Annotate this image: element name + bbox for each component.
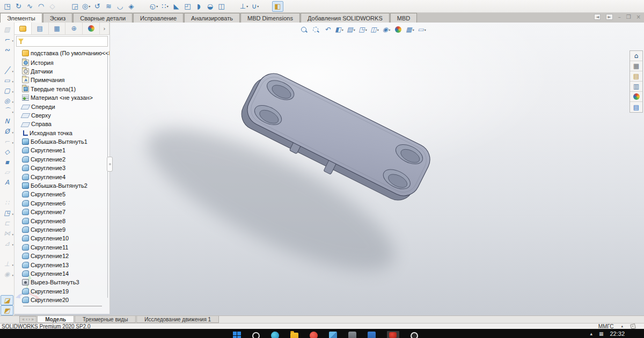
panel-tab[interactable]: ▤ [32, 23, 49, 34]
minimize-button[interactable]: – [618, 14, 621, 20]
tab-scroll-button[interactable]: « [22, 317, 25, 322]
tab-scroll-button[interactable]: ‹ [26, 317, 27, 322]
commandmanager-tab[interactable]: Анализировать [184, 13, 240, 23]
panel-splitter-handle[interactable] [107, 157, 113, 172]
toolbar-divider[interactable]: ▾ [1, 55, 13, 65]
solidworks-resources-icon[interactable]: ▦ [630, 61, 642, 71]
units-dropdown-icon[interactable]: ▴ [621, 324, 623, 328]
toolbar-separator[interactable]: ▾ [137, 1, 148, 12]
feature-tree-item[interactable]: Скругление14 [16, 269, 109, 278]
commandmanager-tab[interactable]: MBD Dimensions [240, 13, 300, 23]
fillet-icon[interactable]: ◵▾ [148, 1, 159, 12]
panel-tab[interactable]: ▦ [49, 23, 66, 34]
units-label[interactable]: ММГС [598, 324, 614, 329]
rectangle-icon[interactable]: ▭▾ [1, 75, 13, 85]
display-relations-icon[interactable]: ⊥▾ [1, 259, 13, 269]
feature-tree-item[interactable]: Скругление3 [16, 164, 109, 172]
swept-boss-icon[interactable]: ∿▾ [24, 1, 35, 12]
arc-icon[interactable]: ⌒▾ [1, 106, 13, 116]
wrap-icon[interactable]: ◗▾ [193, 1, 204, 12]
dropdown-arrow-icon[interactable]: ▾ [167, 4, 169, 8]
feature-tree-item[interactable]: Справа [16, 120, 109, 128]
revolved-cut-icon[interactable]: ↺▾ [92, 1, 103, 12]
dropdown-arrow-icon[interactable]: ▾ [89, 4, 90, 8]
dropdown-arrow-icon[interactable]: ▾ [12, 243, 13, 246]
dropdown-arrow-icon[interactable]: ▾ [12, 274, 13, 277]
dropdown-arrow-icon[interactable]: ▾ [12, 39, 13, 42]
extruded-boss-icon[interactable]: ◳▾ [2, 1, 13, 12]
dropdown-arrow-icon[interactable]: ▾ [12, 111, 13, 114]
feature-tree-item[interactable]: Скругление4 [16, 172, 109, 181]
feature-tree-item[interactable]: Спереди [16, 102, 109, 111]
feature-tree-item[interactable]: Скругление13 [16, 260, 109, 269]
panel-tab[interactable] [14, 23, 32, 34]
feature-tree-item[interactable]: Скругление6 [16, 199, 109, 208]
mirror-icon[interactable]: ◫▾ [216, 1, 227, 12]
document-tab[interactable]: Модель [37, 316, 74, 323]
reference-geometry-icon[interactable]: ⊥▾ [238, 1, 250, 12]
red-app-icon[interactable] [310, 332, 318, 338]
back-button[interactable]: ◄ [594, 14, 601, 20]
dropdown-arrow-icon[interactable]: ▾ [365, 28, 367, 32]
view-orientation-icon[interactable]: ◳▾ [357, 25, 368, 35]
zoom-to-fit-icon[interactable]: ▾ [298, 25, 309, 35]
restore-button[interactable]: ❐ [626, 14, 631, 20]
commandmanager-tab[interactable]: Элементы [0, 13, 42, 23]
slot-icon[interactable]: ▢▾ [1, 85, 13, 95]
panel-tab[interactable]: ⊕ [65, 23, 83, 34]
feature-tree-item[interactable]: Сверху [16, 111, 109, 120]
file-explorer-icon[interactable]: ▥ [630, 82, 642, 92]
commandmanager-tab[interactable]: Сварные детали [73, 13, 133, 23]
document-tab[interactable]: Исследование движения 1 [136, 316, 219, 323]
feature-tree-item[interactable]: История [16, 58, 109, 67]
dropdown-arrow-icon[interactable]: ▾ [246, 4, 248, 8]
ellipse-icon[interactable]: Ø▾ [1, 126, 13, 136]
hole-wizard-icon[interactable]: ◎▾ [80, 1, 92, 12]
feature-tree-item[interactable]: Примечания [16, 76, 109, 84]
toolbar-divider[interactable]: ▾ [1, 187, 13, 197]
corner-rectangle-icon[interactable]: ⌐▾ [1, 34, 13, 45]
annotation-view-icon[interactable]: ▤▾ [346, 25, 356, 35]
tab-scroll-button[interactable]: » [31, 317, 34, 322]
section-view-icon[interactable]: ◧▾ [334, 25, 345, 35]
dropdown-arrow-icon[interactable]: ▾ [377, 28, 379, 32]
commandmanager-tab[interactable]: Добавления SOLIDWORKS [301, 13, 390, 23]
commandmanager-tab[interactable]: MBD [390, 13, 417, 23]
feature-tree-item[interactable]: Материал <не указан> [16, 93, 109, 102]
toolbar-divider[interactable]: ▾ [1, 248, 13, 259]
line-icon[interactable]: ╱▾ [1, 65, 13, 75]
toolbar-separator[interactable]: ▾ [58, 1, 69, 12]
feature-tree-item[interactable]: Скругление9 [16, 225, 109, 234]
swept-cut-icon[interactable]: ≋▾ [103, 1, 114, 12]
start-button-icon[interactable] [233, 332, 241, 338]
extruded-cut-icon[interactable]: ◲▾ [69, 1, 80, 12]
dropdown-arrow-icon[interactable]: ▾ [12, 263, 13, 267]
tree-root-item[interactable]: подставка (По умолчанию<<По [16, 49, 109, 57]
filter-input[interactable] [25, 38, 106, 45]
feature-tree-item[interactable]: Скругление10 [16, 234, 109, 243]
dropdown-arrow-icon[interactable]: ▾ [354, 28, 355, 32]
draft-icon[interactable]: ◣▾ [171, 1, 182, 12]
commandmanager-tab[interactable]: Эскиз [43, 13, 72, 23]
boundary-boss-icon[interactable]: ◇▾ [47, 1, 58, 12]
circle-icon[interactable]: ◎▾ [1, 95, 13, 106]
feature-tree-item[interactable]: Скругление11 [16, 243, 109, 252]
dropdown-arrow-icon[interactable]: ▾ [12, 70, 13, 73]
dome-icon[interactable]: ◒▾ [204, 1, 216, 12]
sketch-fillet-icon[interactable]: ⌐▾ [1, 136, 13, 146]
custom-properties-icon[interactable]: ▤ [630, 102, 642, 112]
tree-scrollbar[interactable] [107, 54, 108, 298]
file-explorer-taskbar-icon[interactable] [290, 333, 298, 338]
dropdown-arrow-icon[interactable]: ▾ [12, 233, 13, 236]
dropdown-arrow-icon[interactable]: ▾ [12, 100, 13, 104]
boundary-cut-icon[interactable]: ◈▾ [126, 1, 137, 12]
dropdown-arrow-icon[interactable]: ▾ [12, 90, 13, 93]
polygon-icon[interactable]: ◇▾ [1, 146, 13, 157]
point-icon[interactable]: ▪▾ [1, 157, 13, 167]
feature-tree-item[interactable]: Скругление7 [16, 208, 109, 216]
solidworks-running-icon[interactable] [387, 331, 399, 338]
spline-icon[interactable]: N▾ [1, 116, 13, 126]
smart-dimension-icon[interactable]: ∾▾ [1, 45, 13, 55]
repair-sketch-icon[interactable]: ◉▾ [1, 269, 13, 279]
feature-tree-item[interactable]: Скругление5 [16, 190, 109, 199]
